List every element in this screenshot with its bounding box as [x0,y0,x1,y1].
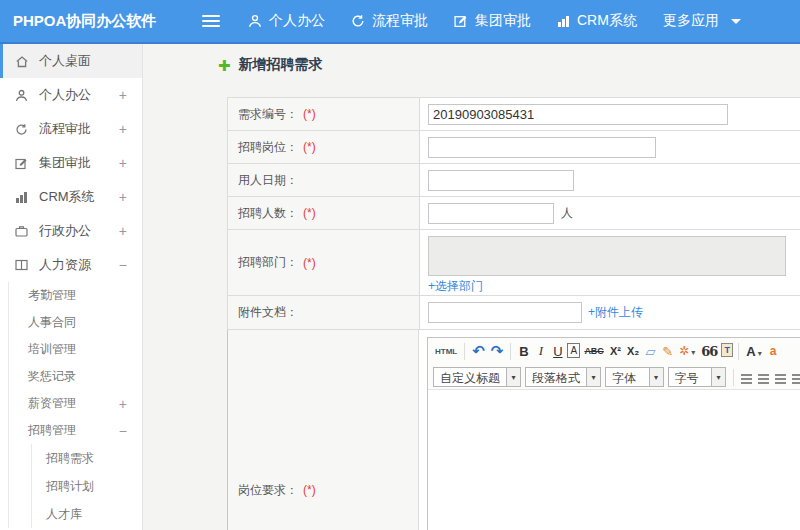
required-marker: (*) [303,483,316,497]
editor-blockquote-button[interactable]: 66 [699,341,719,361]
sidebar-item-salary[interactable]: 薪资管理 + [9,390,142,417]
nav-label: CRM系统 [577,12,637,30]
editor-highlight-button[interactable]: a [766,341,781,361]
nav-more-apps[interactable]: 更多应用 [663,12,741,30]
home-icon [15,55,32,68]
demand-no-input[interactable] [428,104,728,125]
editor-content-area[interactable] [428,390,800,530]
page-title: 新增招聘需求 [239,56,323,74]
expand-icon[interactable]: + [119,396,127,412]
editor-font-family-select[interactable]: 字体 [605,367,664,387]
menu-toggle-icon[interactable] [202,15,220,28]
required-marker: (*) [303,256,316,270]
hire-date-input[interactable] [428,170,574,191]
editor-align-left-button[interactable] [739,369,754,389]
sidebar-item-human-resources[interactable]: 人力资源 − [0,248,142,282]
nav-workflow-approval[interactable]: 流程审批 [351,12,428,30]
sidebar-item-group-approval[interactable]: 集团审批 + [0,146,142,180]
editor-undo-button[interactable]: ↶ [470,341,487,361]
sidebar-item-personal-desktop[interactable]: 个人桌面 [0,44,142,78]
sidebar-item-rewards[interactable]: 奖惩记录 [9,363,142,390]
sidebar-item-admin-office[interactable]: 行政办公 + [0,214,142,248]
hr-submenu: 考勤管理 人事合同 培训管理 奖惩记录 薪资管理 + 招聘管理 − 招聘需求 招… [8,282,142,528]
editor-font-size-select[interactable]: 字号 [668,367,727,387]
edit-icon [15,157,32,170]
nav-personal-office[interactable]: 个人办公 [248,12,325,30]
required-marker: (*) [303,140,316,154]
align-center-icon [758,374,769,384]
editor-remove-format-button[interactable]: ▱ [643,341,658,361]
app-logo: PHPOA协同办公软件 [13,0,156,42]
attachment-input[interactable] [428,302,582,323]
field-label: 招聘部门： [238,254,298,271]
editor-toolbar-row1: HTML ↶ ↷ B I U A ABC X² X₂ ▱ ✎ [428,338,800,364]
caret-down-icon [649,368,663,386]
expand-icon[interactable]: + [119,121,127,137]
main-content: ✚ 新增招聘需求 需求编号： (*) 招聘岗位： (*) 用人日期： [144,44,800,530]
sidebar-item-recruit-demand[interactable]: 招聘需求 [32,444,142,472]
editor-align-center-button[interactable] [756,369,771,389]
field-label: 需求编号： [238,106,298,123]
form-row-headcount: 招聘人数： (*) 人 [228,197,800,230]
editor-fontname-button[interactable]: A [567,343,580,358]
editor-underline-button[interactable]: U [550,341,565,361]
toolbar-separator [733,369,734,386]
attachment-upload-link[interactable]: +附件上传 [588,304,643,321]
sidebar-item-recruitment[interactable]: 招聘管理 − [9,417,142,444]
editor-strikethrough-button[interactable]: ABC [582,341,606,361]
field-label: 招聘岗位： [238,139,298,156]
briefcase-icon [15,225,32,237]
field-label: 岗位要求： [238,482,298,499]
sidebar-item-recruit-plan[interactable]: 招聘计划 [32,472,142,500]
caret-down-icon [586,368,600,386]
expand-icon[interactable]: + [119,223,127,239]
form-row-demand-no: 需求编号： (*) [228,98,800,131]
position-input[interactable] [428,137,656,158]
department-textarea[interactable] [428,236,786,276]
editor-paragraph-select[interactable]: 段落格式 [525,367,601,387]
editor-redo-button[interactable]: ↷ [489,341,506,361]
editor-bold-button[interactable]: B [516,341,531,361]
headcount-input[interactable] [428,203,554,224]
align-justify-icon [792,374,800,384]
nav-crm-system[interactable]: CRM系统 [557,12,637,30]
sidebar-item-personal-office[interactable]: 个人办公 + [0,78,142,112]
align-left-icon [741,374,752,384]
caret-down-icon [711,368,725,386]
expand-icon[interactable]: − [119,257,127,273]
expand-icon[interactable]: + [119,189,127,205]
editor-paste-text-button[interactable]: T [721,343,733,357]
editor-font-color-button[interactable]: A [744,341,763,361]
sidebar-item-talent-pool[interactable]: 人才库 [32,500,142,528]
sidebar-item-attendance[interactable]: 考勤管理 [9,282,142,309]
toolbar-separator [738,343,739,360]
caret-down-icon [731,19,741,24]
editor-align-justify-button[interactable] [790,369,800,389]
editor-format-painter-button[interactable]: ✲ [677,341,697,361]
recruitment-form: 需求编号： (*) 招聘岗位： (*) 用人日期： [227,97,800,530]
nav-label: 集团审批 [475,12,531,30]
nav-label: 流程审批 [372,12,428,30]
required-marker: (*) [303,107,316,121]
rich-text-editor: HTML ↶ ↷ B I U A ABC X² X₂ ▱ ✎ [427,337,800,530]
editor-align-right-button[interactable] [773,369,788,389]
editor-heading-select[interactable]: 自定义标题 [433,367,521,387]
editor-quick-format-button[interactable]: ✎ [660,341,675,361]
sidebar-item-hr-contract[interactable]: 人事合同 [9,309,142,336]
expand-icon[interactable]: − [119,423,127,439]
editor-subscript-button[interactable]: X₂ [625,341,641,361]
sidebar-item-workflow-approval[interactable]: 流程审批 + [0,112,142,146]
editor-superscript-button[interactable]: X² [608,341,623,361]
caret-down-icon [506,368,520,386]
caret-down-icon [756,344,762,359]
editor-italic-button[interactable]: I [533,341,548,361]
select-department-link[interactable]: +选择部门 [428,278,483,295]
sidebar-item-training[interactable]: 培训管理 [9,336,142,363]
book-icon [15,259,32,271]
expand-icon[interactable]: + [119,87,127,103]
page-title-bar: ✚ 新增招聘需求 [218,56,323,74]
expand-icon[interactable]: + [119,155,127,171]
nav-group-approval[interactable]: 集团审批 [454,12,531,30]
sidebar-item-crm-system[interactable]: CRM系统 + [0,180,142,214]
editor-source-button[interactable]: HTML [433,341,459,361]
